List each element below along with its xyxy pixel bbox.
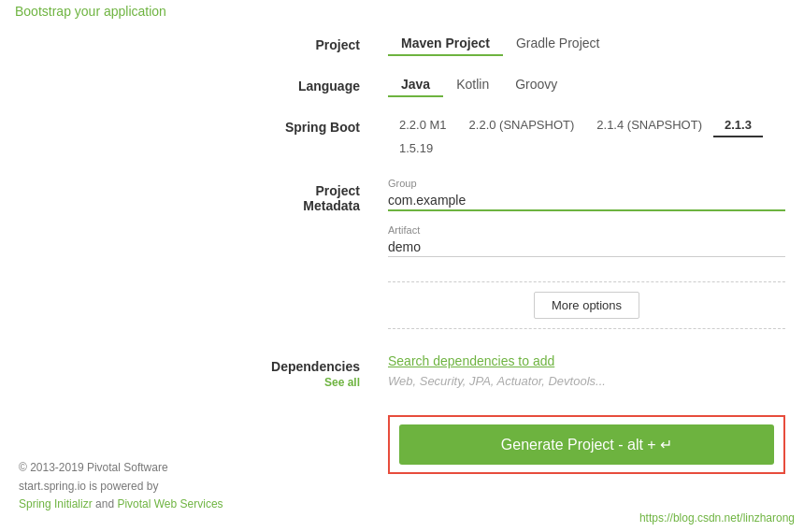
project-label: Project bbox=[257, 32, 388, 52]
project-row: Project Maven Project Gradle Project bbox=[257, 32, 785, 56]
metadata-fields: Group Artifact bbox=[388, 178, 785, 257]
group-input[interactable] bbox=[388, 191, 785, 211]
language-tab-group: Java Kotlin Groovy bbox=[388, 73, 785, 97]
more-options-button[interactable]: More options bbox=[534, 292, 639, 319]
artifact-field-label: Artifact bbox=[388, 224, 785, 236]
url-hint: https://blog.csdn.net/linzharong bbox=[639, 511, 795, 525]
tab-220snap[interactable]: 2.2.0 (SNAPSHOT) bbox=[458, 114, 586, 137]
sidebar: © 2013-2019 Pivotal Software start.sprin… bbox=[0, 22, 248, 532]
generate-button-label: Generate Project - alt + ↵ bbox=[501, 436, 672, 453]
generate-spacer bbox=[257, 406, 388, 411]
tab-java[interactable]: Java bbox=[388, 73, 443, 97]
group-field-label: Group bbox=[388, 178, 785, 189]
see-all-link[interactable]: See all bbox=[324, 376, 360, 389]
language-tabs-area: Java Kotlin Groovy bbox=[388, 73, 785, 97]
language-label: Language bbox=[257, 73, 388, 93]
more-options-spacer bbox=[257, 274, 388, 280]
generate-button-wrapper: Generate Project - alt + ↵ bbox=[388, 415, 785, 474]
spring-boot-row: Spring Boot 2.2.0 M1 2.2.0 (SNAPSHOT) 2.… bbox=[257, 114, 785, 161]
project-metadata-row: Project Metadata Group Artifact bbox=[257, 178, 785, 257]
language-row: Language Java Kotlin Groovy bbox=[257, 73, 785, 97]
project-tabs-area: Maven Project Gradle Project bbox=[388, 32, 785, 56]
group-field-wrapper: Group bbox=[388, 178, 785, 211]
dependencies-label-area: Dependencies See all bbox=[257, 353, 388, 389]
dependencies-hint: Web, Security, JPA, Actuator, Devtools..… bbox=[388, 374, 785, 388]
tab-gradle-project[interactable]: Gradle Project bbox=[503, 32, 612, 56]
metadata-group: Group Artifact bbox=[388, 178, 785, 257]
tab-1519[interactable]: 1.5.19 bbox=[388, 137, 444, 161]
spring-boot-label: Spring Boot bbox=[257, 114, 388, 135]
pivotal-link[interactable]: Pivotal Web Services bbox=[117, 497, 223, 510]
tab-214snap[interactable]: 2.1.4 (SNAPSHOT) bbox=[585, 114, 713, 137]
dependencies-area: Search dependencies to add Web, Security… bbox=[388, 353, 785, 388]
version-tab-group: 2.2.0 M1 2.2.0 (SNAPSHOT) 2.1.4 (SNAPSHO… bbox=[388, 114, 785, 161]
version-tabs-area: 2.2.0 M1 2.2.0 (SNAPSHOT) 2.1.4 (SNAPSHO… bbox=[388, 114, 785, 161]
tab-kotlin[interactable]: Kotlin bbox=[443, 73, 502, 97]
more-options-row-container: More options bbox=[257, 274, 785, 337]
footer-line2: start.spring.io is powered by bbox=[19, 480, 158, 493]
more-options-area: More options bbox=[388, 274, 785, 337]
generate-row-outer: Generate Project - alt + ↵ bbox=[257, 406, 785, 474]
search-dependencies-link[interactable]: Search dependencies to add bbox=[388, 353, 785, 368]
footer-and: and bbox=[95, 497, 117, 510]
artifact-input[interactable] bbox=[388, 237, 785, 257]
artifact-field-wrapper: Artifact bbox=[388, 224, 785, 257]
sidebar-footer: © 2013-2019 Pivotal Software start.sprin… bbox=[19, 459, 248, 513]
more-options-divider-row: More options bbox=[388, 281, 785, 329]
tab-213[interactable]: 2.1.3 bbox=[713, 114, 763, 137]
tab-220m1[interactable]: 2.2.0 M1 bbox=[388, 114, 458, 137]
generate-area: Generate Project - alt + ↵ bbox=[388, 406, 785, 474]
dependencies-label: Dependencies bbox=[271, 359, 360, 374]
tab-maven-project[interactable]: Maven Project bbox=[388, 32, 503, 56]
project-tab-group: Maven Project Gradle Project bbox=[388, 32, 785, 56]
generate-project-button[interactable]: Generate Project - alt + ↵ bbox=[399, 424, 774, 465]
dependencies-row: Dependencies See all Search dependencies… bbox=[257, 353, 785, 389]
spring-initializer-link[interactable]: Spring Initializr bbox=[19, 497, 93, 510]
top-bar-text: Bootstrap your application bbox=[15, 4, 166, 19]
project-metadata-label: Project Metadata bbox=[257, 178, 388, 213]
content-area: Project Maven Project Gradle Project Lan… bbox=[248, 22, 804, 532]
tab-groovy[interactable]: Groovy bbox=[502, 73, 570, 97]
footer-line1: © 2013-2019 Pivotal Software bbox=[19, 461, 168, 474]
